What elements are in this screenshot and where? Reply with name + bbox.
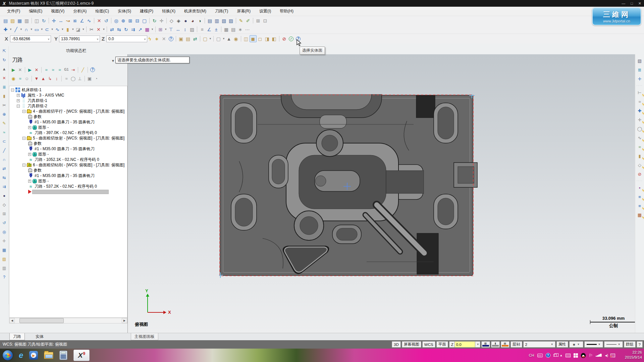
- tree-item[interactable]: #1 - M35.00 圆鼻刀 - 35 圆鼻铣刀: [9, 146, 127, 152]
- tab-solids[interactable]: 实体: [32, 333, 47, 340]
- scroll-left-icon[interactable]: ◀: [9, 318, 15, 323]
- level-value-field[interactable]: 2▼: [523, 341, 555, 348]
- mru-undo-icon[interactable]: ↺: [1, 220, 8, 226]
- hidden-display-icon[interactable]: ◈: [175, 17, 182, 24]
- x-coordinate-field[interactable]: -53.68266▼: [10, 36, 51, 42]
- mru-open-icon[interactable]: ▨: [1, 256, 8, 262]
- analyze-dynamic-icon[interactable]: ↝: [64, 17, 71, 24]
- dynamic-rotate-icon[interactable]: ↻: [151, 17, 158, 24]
- xform-project-icon[interactable]: ↗: [137, 26, 144, 33]
- tree-item[interactable]: ≈刀路 - 397.0K - 02.NC - 程序号码 0: [9, 130, 127, 135]
- regen-settings-icon[interactable]: ≈: [56, 66, 63, 73]
- mru-zoom-icon[interactable]: ◎: [1, 229, 8, 235]
- coord-help-icon[interactable]: ?: [167, 35, 174, 42]
- ghost-operations-icon[interactable]: ☺: [23, 75, 30, 82]
- tree-item[interactable]: −5 - 曲面粗切放射 - [WCS: 俯视图] - [刀具面: 俯视图]: [9, 135, 127, 141]
- point-style-selector[interactable]: ∗▼: [569, 341, 583, 348]
- expand-icon[interactable]: +: [17, 99, 20, 102]
- print-icon[interactable]: ▥: [23, 17, 30, 24]
- unselect-toolpath-ops-icon[interactable]: ✕: [33, 66, 40, 73]
- select-solid-body-icon[interactable]: ◫: [243, 35, 250, 42]
- menu-屏幕(R)[interactable]: 屏幕(R): [232, 7, 255, 16]
- disable-autocursor-icon[interactable]: ⊘: [636, 170, 643, 178]
- insert-position-bar[interactable]: [32, 190, 109, 194]
- open-file-icon[interactable]: ▨: [9, 17, 16, 24]
- select-solid-edge-icon[interactable]: ◨: [264, 35, 271, 42]
- apply-ok-icon[interactable]: ✓: [288, 35, 295, 42]
- mru-grid-icon[interactable]: ⊞: [1, 210, 8, 217]
- zoom-out-icon[interactable]: ⊟: [134, 17, 141, 24]
- zoom-in-icon[interactable]: ⊞: [127, 17, 134, 24]
- create-line-icon[interactable]: ╱: [12, 26, 19, 33]
- solid-model[interactable]: [219, 94, 479, 278]
- list-edit-autocursor-icon[interactable]: ≡ϟ: [636, 202, 643, 209]
- repeat-function-icon[interactable]: ⇄: [192, 35, 199, 42]
- mru-delete-icon[interactable]: ✕: [1, 75, 8, 81]
- level-manager-icon[interactable]: ≣: [636, 66, 643, 73]
- point-autocursor-icon[interactable]: ✚ϟ: [636, 107, 643, 114]
- graphics-viewport[interactable]: Y X 俯视图 33.096 mm 公制: [128, 54, 635, 333]
- mru-trim-icon[interactable]: ✂: [1, 102, 8, 109]
- menu-设置(I)[interactable]: 设置(I): [255, 7, 275, 16]
- xform-nesting-icon[interactable]: ▦: [144, 26, 151, 33]
- angle-dim-icon[interactable]: ∠: [206, 26, 213, 33]
- tree-item[interactable]: −4 - 曲面粗切平行 - [WCS: 俯视图] - [刀具面: 俯视图]: [9, 109, 127, 114]
- pan-icon[interactable]: ✛: [158, 17, 165, 24]
- edit-operations-icon[interactable]: ◔: [93, 75, 100, 82]
- action-center-flag-icon[interactable]: ⚐: [589, 353, 593, 358]
- maximize-button[interactable]: □: [631, 1, 633, 5]
- select-all-operations-icon[interactable]: ▶: [10, 66, 17, 73]
- menu-视图(V)[interactable]: 视图(V): [47, 7, 69, 16]
- keyboard-icon[interactable]: [537, 354, 543, 357]
- surface-autocursor-icon[interactable]: ≈ϟ: [636, 98, 643, 105]
- autocursor-point-icon[interactable]: ✚: [2, 26, 9, 33]
- gview-side-icon[interactable]: ▧: [220, 17, 227, 24]
- dropdown-arrow-icon[interactable]: ▼: [20, 28, 22, 31]
- menu-刀路(T)[interactable]: 刀路(T): [211, 7, 232, 16]
- solid-attribute-chip[interactable]: ▮: [491, 341, 500, 348]
- ruler-autocursor-icon[interactable]: ⊢ϟ: [636, 89, 643, 96]
- simulate-g1-icon[interactable]: G1: [63, 66, 70, 73]
- toggle-toolpath-display-icon[interactable]: ≈: [17, 75, 23, 82]
- analyze-area-icon[interactable]: ≌: [71, 17, 78, 24]
- grid-autocursor-icon[interactable]: ▦ϟ: [636, 211, 643, 219]
- color-attribute-chip[interactable]: ▩: [481, 341, 490, 348]
- minimize-button[interactable]: —: [622, 1, 625, 5]
- tree-item[interactable]: +S图形 -: [9, 152, 127, 157]
- x-field-dropdown-icon[interactable]: ▼: [47, 38, 50, 41]
- dropdown-arrow-icon[interactable]: ▼: [9, 28, 12, 31]
- wcs-button[interactable]: WCS: [422, 341, 435, 348]
- material-display-icon[interactable]: ◑: [196, 17, 203, 24]
- insert-position-icon[interactable]: ↳: [47, 75, 53, 82]
- backplot-icon[interactable]: ⇥: [70, 66, 76, 73]
- input-language-indicator[interactable]: CH: [529, 353, 534, 357]
- spline-autocursor-icon[interactable]: ∿ϟ: [636, 134, 643, 141]
- collapse-icon[interactable]: −: [22, 164, 25, 167]
- screen-capture-ops-icon[interactable]: ▣: [86, 75, 93, 82]
- line-style-dropdown-icon[interactable]: ▼: [618, 343, 621, 346]
- circle-autocursor-icon[interactable]: ◯ϟ: [636, 125, 643, 132]
- quick-mask-icon[interactable]: ▢: [202, 35, 209, 42]
- tree-item[interactable]: −机床群组-1: [9, 87, 127, 93]
- z-depth-value[interactable]: 0.0: [454, 341, 475, 348]
- face-autocursor-icon[interactable]: ≈ϟ: [636, 143, 643, 150]
- z-depth-dropdown-icon[interactable]: ▼: [477, 343, 479, 346]
- select-solid-vertex-icon[interactable]: ◧: [271, 35, 278, 42]
- show-hidden-icons[interactable]: ▲: [560, 354, 563, 357]
- wireframe-autocursor-icon[interactable]: ◇ϟ: [636, 161, 643, 169]
- select-solid-face-icon[interactable]: ◼: [250, 35, 257, 42]
- tree-item[interactable]: ≈刀路 - 537.2K - 02.NC - 程序号码 0: [9, 184, 127, 189]
- tree-item[interactable]: [9, 189, 127, 194]
- lock-operations-icon[interactable]: ◉: [10, 75, 17, 82]
- copy-icon[interactable]: ▣: [177, 35, 184, 42]
- line-width-selector[interactable]: ▼: [584, 341, 603, 348]
- mru-wireframe-icon[interactable]: ◇: [1, 201, 8, 208]
- tab-toolpaths[interactable]: 刀路: [9, 333, 25, 340]
- internet-explorer-icon[interactable]: e: [19, 351, 23, 360]
- windows-update-icon[interactable]: [574, 353, 578, 358]
- gview-top-icon[interactable]: ▤: [206, 17, 213, 24]
- mru-rotate-icon[interactable]: ↻: [1, 57, 8, 63]
- move-insert-down-icon[interactable]: ▼: [33, 75, 40, 82]
- xform-offset-icon[interactable]: ⇉: [129, 26, 137, 33]
- solid-extrude-icon[interactable]: ▮: [64, 26, 71, 33]
